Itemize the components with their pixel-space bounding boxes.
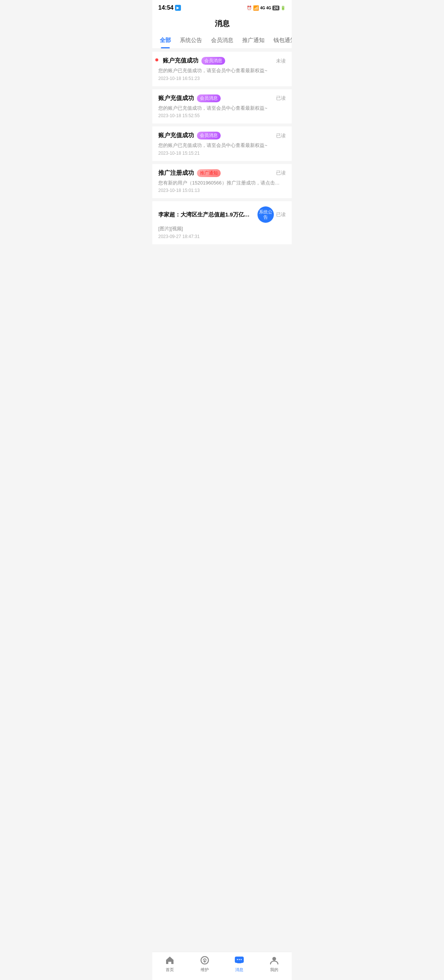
status-bar: 14:54 ▶ ⏰ 📶 4G 4G 24 🔋 [152,0,292,13]
nav-maintenance[interactable]: 维护 [187,955,222,972]
read-status: 已读 [276,170,286,176]
status-icons: ⏰ 📶 4G 4G 24 🔋 [247,5,286,11]
message-time: 2023-10-18 15:15:21 [158,151,286,156]
message-time: 2023-10-18 15:01:13 [158,188,286,193]
svg-point-3 [239,959,240,960]
message-title: 李家超：大湾区生产总值超1.9万亿… [158,211,255,218]
wifi-icon: 📶 [253,5,259,11]
member-badge: 会员消息 [197,132,221,140]
tab-promo[interactable]: 推广通知 [238,33,269,48]
svg-point-2 [237,959,238,960]
tab-wallet[interactable]: 钱包通知 [269,33,292,48]
message-time: 2023-09-27 18:47:31 [158,234,286,239]
message-list: 账户充值成功 会员消息 未读 您的账户已充值成功，请至会员中心查看最新权益~ 2… [152,49,292,600]
message-title: 账户充值成功 [158,94,194,102]
message-item[interactable]: 账户充值成功 会员消息 未读 您的账户已充值成功，请至会员中心查看最新权益~ 2… [152,52,292,86]
read-status: 已读 [276,132,286,139]
home-icon [165,955,175,966]
tab-all[interactable]: 全部 [155,33,175,48]
message-item[interactable]: 账户充值成功 会员消息 已读 您的账户已充值成功，请至会员中心查看最新权益~ 2… [152,89,292,124]
tab-system[interactable]: 系统公告 [175,33,206,48]
message-time: 2023-10-18 15:52:55 [158,113,286,118]
message-item[interactable]: 李家超：大湾区生产总值超1.9万亿… 系统公 告 已读 [图片][视频] 202… [152,201,292,244]
nav-messages-label: 消息 [235,967,243,972]
message-body: 您的账户已充值成功，请至会员中心查看最新权益~ [158,142,286,149]
message-item[interactable]: 推广注册成功 推广通知 已读 您有新的用户（15201960566）推广注册成功… [152,164,292,199]
member-badge: 会员消息 [197,94,221,102]
message-title: 账户充值成功 [158,132,194,140]
user-icon [269,955,279,966]
nav-home-label: 首页 [166,967,174,972]
page-header: 消息 [152,13,292,33]
bottom-nav: 首页 维护 消息 [152,952,292,980]
promo-badge: 推广通知 [197,169,221,177]
unread-dot [155,58,158,61]
read-status: 已读 [276,95,286,102]
tab-member[interactable]: 会员消息 [206,33,238,48]
signal-4g-1: 4G [260,6,265,10]
battery-indicator: 24 [272,6,279,10]
message-body: 您有新的用户（15201960566）推广注册成功，请点击… [158,179,286,187]
member-badge: 会员消息 [201,57,225,65]
nav-mine[interactable]: 我的 [257,955,292,972]
message-title: 推广注册成功 [158,169,194,177]
nav-messages[interactable]: 消息 [222,955,257,972]
status-time: 14:54 ▶ [158,5,181,11]
nav-maintenance-label: 维护 [201,967,209,972]
page-title: 消息 [215,19,230,27]
wrench-icon [200,955,210,966]
tab-bar: 全部 系统公告 会员消息 推广通知 钱包通知 [152,33,292,49]
chat-icon [234,955,244,966]
message-item[interactable]: 账户充值成功 会员消息 已读 您的账户已充值成功，请至会员中心查看最新权益~ 2… [152,126,292,161]
message-time: 2023-10-18 16:51:23 [158,76,286,81]
signal-4g-2: 4G [266,6,271,10]
read-status: 未读 [276,58,286,64]
message-title: 账户充值成功 [163,57,198,65]
svg-point-5 [272,957,276,961]
read-status: 已读 [276,211,286,218]
message-body: 您的账户已充值成功，请至会员中心查看最新权益~ [158,67,286,75]
svg-point-4 [241,959,242,960]
alarm-icon: ⏰ [247,6,252,10]
message-body: [图片][视频] [158,225,286,232]
system-badge: 系统公 告 [257,207,274,223]
nav-mine-label: 我的 [270,967,278,972]
message-body: 您的账户已充值成功，请至会员中心查看最新权益~ [158,105,286,112]
battery-icon: 🔋 [281,6,286,10]
screen-record-icon: ▶ [175,5,181,11]
nav-home[interactable]: 首页 [152,955,187,972]
